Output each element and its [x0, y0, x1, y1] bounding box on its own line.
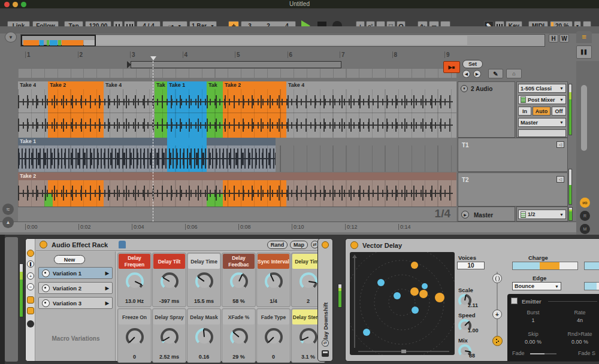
- voice-dot-blue[interactable]: [412, 307, 419, 314]
- macro-knob[interactable]: [300, 272, 317, 290]
- prev-locator-icon[interactable]: ◀: [462, 70, 470, 78]
- save-preset-icon[interactable]: [322, 350, 329, 357]
- monitor-in-button[interactable]: In: [518, 107, 531, 116]
- macro-7-cell[interactable]: Freeze On0: [117, 308, 152, 363]
- variation-row[interactable]: Variation 3▶: [38, 297, 113, 309]
- charge-slider[interactable]: [512, 262, 578, 270]
- macro-11-cell[interactable]: Fade Type0: [256, 308, 291, 363]
- unfold-track-icon[interactable]: ▼: [461, 85, 468, 92]
- time-ruler[interactable]: 0:000:020:040:060:080:100:120:14: [0, 222, 576, 232]
- optimize-width-button[interactable]: W: [559, 34, 569, 43]
- macro-4-cell[interactable]: Delay Feedbac58 %: [222, 253, 256, 307]
- voices-field[interactable]: 10: [457, 262, 485, 269]
- device-on-icon[interactable]: [40, 241, 47, 248]
- edge-chooser[interactable]: Bounce▼: [512, 282, 561, 290]
- macro-knob[interactable]: [195, 272, 213, 290]
- rack-variations-power-icon[interactable]: [27, 250, 34, 257]
- track-header-2audio[interactable]: ▼ 2 Audio: [458, 81, 515, 138]
- macro-1-cell[interactable]: Delay Frequen13.0 Hz: [117, 253, 152, 307]
- lock-envelopes-icon[interactable]: ⌂: [506, 69, 522, 78]
- speaker-icon[interactable]: ◁: [556, 176, 564, 183]
- track-2-lane[interactable]: Take 1: [18, 138, 456, 172]
- input-chooser[interactable]: 1-505 Classi▼: [518, 84, 566, 93]
- returns-toggle-circle[interactable]: R: [580, 211, 590, 221]
- track-header-t1[interactable]: T1 ◁: [458, 138, 568, 172]
- output-chooser[interactable]: Master▼: [518, 118, 566, 127]
- loop-brace[interactable]: [131, 61, 341, 68]
- macro-knob[interactable]: [126, 272, 144, 290]
- variation-row[interactable]: Variation 2▶: [38, 282, 113, 294]
- macro-controls-toggle-icon[interactable]: [27, 296, 34, 304]
- add-mod-icon[interactable]: +: [492, 310, 502, 319]
- devices-toggle-icon[interactable]: [27, 320, 34, 327]
- macro-knob[interactable]: [161, 272, 179, 290]
- delay-downshift-device[interactable]: Delay Downshift ⇄: [317, 238, 333, 362]
- speaker-icon[interactable]: ◁: [556, 141, 564, 148]
- scrub-area[interactable]: [18, 69, 456, 78]
- arrangement-overview[interactable]: [20, 34, 545, 47]
- macro-5-cell[interactable]: Sync Interval1/4: [256, 253, 291, 307]
- vertical-scrollbar[interactable]: [581, 85, 587, 151]
- monitor-off-button[interactable]: Off: [552, 107, 566, 116]
- macro-knob[interactable]: [265, 328, 283, 346]
- back-to-arrangement-triangle-icon[interactable]: ▼: [5, 32, 17, 43]
- device-on-icon[interactable]: [322, 241, 329, 248]
- monitor-auto-button[interactable]: Auto: [533, 107, 550, 116]
- io-toggle-circle[interactable]: I/O: [580, 198, 590, 208]
- voice-dot-orange[interactable]: [435, 293, 444, 302]
- remove-macro-icon[interactable]: −: [27, 283, 34, 290]
- hamburger-menu-icon[interactable]: ≡: [576, 31, 592, 43]
- macro-10-cell[interactable]: XFade %29 %: [222, 308, 256, 363]
- master-lane[interactable]: 1/4: [18, 207, 456, 222]
- rnd-rate-value[interactable]: 0.00 %: [559, 339, 599, 345]
- vector-display[interactable]: [350, 252, 455, 355]
- fade-slider[interactable]: [530, 353, 556, 354]
- macro-knob[interactable]: [230, 328, 248, 346]
- re-enable-automation-button[interactable]: ▶■: [443, 61, 460, 73]
- chain-list-toggle-icon[interactable]: [27, 307, 34, 314]
- take1-clip-header[interactable]: Take 1: [18, 138, 276, 145]
- add-macro-icon[interactable]: +: [27, 272, 34, 280]
- voice-dot-blue[interactable]: [394, 292, 401, 299]
- voice-dot-blue[interactable]: [363, 329, 370, 336]
- macro-knob[interactable]: [161, 328, 179, 346]
- voice-dot-blue[interactable]: [422, 283, 428, 289]
- launch-variation-icon[interactable]: ▶: [105, 286, 109, 291]
- set-locator-button[interactable]: Set: [462, 60, 483, 68]
- rand-button[interactable]: Rand: [267, 241, 288, 249]
- burst-value[interactable]: 1: [512, 317, 554, 323]
- map-button[interactable]: Map: [290, 241, 308, 249]
- device-on-icon[interactable]: [350, 241, 358, 249]
- pencil-button[interactable]: ✎: [488, 69, 503, 78]
- voice-dot-orange[interactable]: [411, 262, 418, 269]
- dice-random-icon[interactable]: [492, 336, 503, 346]
- rate-value[interactable]: 4n: [559, 317, 599, 323]
- voice-dot-blue[interactable]: [377, 279, 385, 286]
- macro-knob[interactable]: [126, 328, 144, 346]
- scroll-lock-icon[interactable]: ≈: [2, 204, 14, 215]
- macro-3-cell[interactable]: Delay Time15.5 ms: [187, 253, 221, 307]
- macro-2-cell[interactable]: Delay Tilt-397 ms: [152, 253, 186, 307]
- skip-value[interactable]: 0.00 %: [512, 339, 554, 345]
- track-1-lane[interactable]: Take 4Take 2Take 4TakTake 1TakTake 2Take…: [18, 81, 456, 138]
- track-header-t2[interactable]: T2 ◁: [458, 172, 568, 207]
- launch-variation-icon[interactable]: ▶: [105, 271, 109, 276]
- mass-slider[interactable]: [584, 262, 599, 270]
- hot-swap-icon[interactable]: ⇄: [322, 339, 329, 347]
- master-output-chooser[interactable]: 1/2▼: [518, 210, 566, 219]
- empty-chooser[interactable]: [518, 129, 566, 137]
- macro-knob[interactable]: [265, 272, 283, 290]
- macro-knob[interactable]: [300, 328, 317, 346]
- emitter-checkbox[interactable]: [511, 298, 518, 304]
- optimize-height-button[interactable]: H: [549, 34, 558, 43]
- post-mixer-chooser[interactable]: Post Mixer▼: [518, 95, 566, 104]
- macro-8-cell[interactable]: Delay Spray2.52 ms: [152, 308, 186, 363]
- macro-knob[interactable]: [195, 328, 213, 346]
- voice-dot-orange[interactable]: [410, 287, 419, 296]
- track-3-lane[interactable]: Take 2: [18, 172, 456, 207]
- new-variation-button[interactable]: New: [54, 255, 85, 264]
- macro-variations-toggle-icon[interactable]: ❚: [27, 260, 34, 268]
- next-locator-icon[interactable]: ▶: [473, 70, 481, 78]
- macro-9-cell[interactable]: Delay Mask0.16: [187, 308, 221, 363]
- beat-time-ruler[interactable]: 123456789: [0, 51, 599, 61]
